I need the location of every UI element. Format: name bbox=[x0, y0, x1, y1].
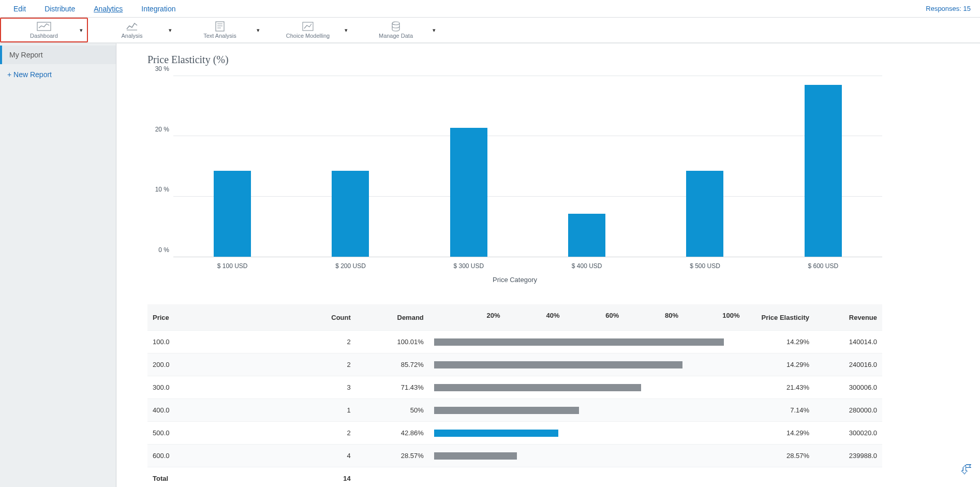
document-list-icon bbox=[215, 21, 225, 32]
chart-bar[interactable] bbox=[214, 171, 251, 257]
cell-elasticity: 7.14% bbox=[736, 399, 814, 422]
toolbar-label: Text Analysis bbox=[203, 33, 236, 39]
cell-count: 2 bbox=[273, 422, 356, 445]
chart-bar[interactable] bbox=[450, 128, 487, 257]
caret-down-icon[interactable]: ▾ bbox=[169, 27, 172, 34]
responses-count: Responses: 15 bbox=[926, 5, 976, 12]
chart-bar[interactable] bbox=[332, 171, 369, 257]
table-row[interactable]: 300.0371.43%21.43%300006.0 bbox=[147, 376, 882, 399]
toolbar-text-analysis[interactable]: Text Analysis ▾ bbox=[176, 18, 264, 42]
chart-bar[interactable] bbox=[568, 214, 605, 257]
analytics-toolbar: Dashboard ▾ Analysis ▾ Text Analysis ▾ C… bbox=[0, 18, 980, 43]
cell-elasticity: 14.29% bbox=[736, 353, 814, 376]
x-label: $ 100 USD bbox=[173, 262, 291, 270]
th-price[interactable]: Price bbox=[147, 304, 273, 331]
y-tick: 0 % bbox=[158, 246, 169, 254]
toolbar-choice-modelling[interactable]: Choice Modelling ▾ bbox=[264, 18, 352, 42]
double-chevron-up-icon: ⮶ bbox=[960, 463, 972, 476]
th-revenue[interactable]: Revenue bbox=[814, 304, 882, 331]
chart-bar[interactable] bbox=[805, 85, 842, 257]
toolbar-analysis[interactable]: Analysis ▾ bbox=[88, 18, 176, 42]
header-tick: 80% bbox=[665, 312, 678, 319]
tab-edit[interactable]: Edit bbox=[4, 0, 35, 17]
x-label: $ 200 USD bbox=[291, 262, 409, 270]
bar-slot bbox=[173, 76, 291, 257]
y-tick: 30 % bbox=[155, 65, 169, 72]
sidebar-item-my-report[interactable]: My Report bbox=[0, 46, 116, 64]
chart-title: Price Elasticity (%) bbox=[147, 54, 959, 66]
decision-chart-icon bbox=[302, 21, 314, 32]
table-row[interactable]: 100.02100.01%14.29%140014.0 bbox=[147, 331, 882, 353]
cell-demand: 28.57% bbox=[356, 445, 429, 467]
new-report-button[interactable]: + New Report bbox=[0, 64, 116, 85]
price-elasticity-chart: 0 % 10 % 20 % 30 % $ 100 USD$ 200 USD$ 3… bbox=[147, 76, 882, 284]
cell-demand-bar bbox=[429, 331, 736, 353]
th-count[interactable]: Count bbox=[273, 304, 356, 331]
cell-price: 100.0 bbox=[147, 331, 273, 353]
table-row[interactable]: 500.0242.86%14.29%300020.0 bbox=[147, 422, 882, 445]
x-axis-title: Price Category bbox=[147, 276, 882, 284]
cell-demand-bar bbox=[429, 353, 736, 376]
tab-analytics[interactable]: Analytics bbox=[84, 0, 132, 17]
th-demand[interactable]: Demand bbox=[356, 304, 429, 331]
cell-price: 500.0 bbox=[147, 422, 273, 445]
x-label: $ 300 USD bbox=[410, 262, 528, 270]
cell-revenue: 140014.0 bbox=[814, 331, 882, 353]
bar-slot bbox=[764, 76, 882, 257]
tab-distribute[interactable]: Distribute bbox=[35, 0, 84, 17]
table-row[interactable]: 400.0150%7.14%280000.0 bbox=[147, 399, 882, 422]
toolbar-label: Dashboard bbox=[30, 33, 58, 39]
cell-demand: 100.01% bbox=[356, 331, 429, 353]
toolbar-label: Choice Modelling bbox=[286, 33, 330, 39]
plot-area bbox=[173, 76, 882, 257]
cell-demand-bar bbox=[429, 399, 736, 422]
cell-demand-bar bbox=[429, 376, 736, 399]
y-tick: 20 % bbox=[155, 126, 169, 133]
caret-down-icon[interactable]: ▾ bbox=[80, 27, 83, 34]
cell-revenue: 300020.0 bbox=[814, 422, 882, 445]
caret-down-icon[interactable]: ▾ bbox=[257, 27, 260, 34]
x-label: $ 500 USD bbox=[646, 262, 764, 270]
demand-bar bbox=[434, 430, 558, 437]
cell-count: 2 bbox=[273, 353, 356, 376]
cell-price: 400.0 bbox=[147, 399, 273, 422]
caret-down-icon[interactable]: ▾ bbox=[433, 27, 436, 34]
header-tick: 100% bbox=[722, 312, 739, 319]
cell-elasticity: 21.43% bbox=[736, 376, 814, 399]
th-demand-bar: 20% 40% 60% 80% 100% bbox=[429, 304, 736, 331]
chart-bar[interactable] bbox=[686, 171, 723, 257]
toolbar-manage-data[interactable]: Manage Data ▾ bbox=[352, 18, 440, 42]
bar-slot bbox=[410, 76, 528, 257]
svg-rect-6 bbox=[303, 22, 313, 31]
report-sidebar: My Report + New Report bbox=[0, 43, 116, 487]
svg-point-7 bbox=[392, 22, 399, 25]
caret-down-icon[interactable]: ▾ bbox=[345, 27, 348, 34]
bar-slot bbox=[646, 76, 764, 257]
toolbar-dashboard[interactable]: Dashboard ▾ bbox=[0, 18, 88, 42]
cell-elasticity: 14.29% bbox=[736, 331, 814, 353]
cell-revenue: 300006.0 bbox=[814, 376, 882, 399]
line-chart-icon bbox=[126, 21, 138, 32]
th-elasticity[interactable]: Price Elasticity bbox=[736, 304, 814, 331]
table-row-total: Total14 bbox=[147, 467, 882, 488]
header-tick: 60% bbox=[605, 312, 619, 319]
tab-integration[interactable]: Integration bbox=[132, 0, 185, 17]
line-chart-box-icon bbox=[37, 21, 51, 32]
top-nav: Edit Distribute Analytics Integration Re… bbox=[0, 0, 980, 18]
cell-demand: 71.43% bbox=[356, 376, 429, 399]
cell-revenue: 240016.0 bbox=[814, 353, 882, 376]
bar-slot bbox=[528, 76, 646, 257]
cell-count: 3 bbox=[273, 376, 356, 399]
cell-demand-bar bbox=[429, 422, 736, 445]
table-row[interactable]: 200.0285.72%14.29%240016.0 bbox=[147, 353, 882, 376]
table-row[interactable]: 600.0428.57%28.57%239988.0 bbox=[147, 445, 882, 467]
scroll-to-top-button[interactable]: ⮶ bbox=[960, 463, 972, 477]
y-axis: 0 % 10 % 20 % 30 % bbox=[147, 76, 173, 257]
cell-price: 600.0 bbox=[147, 445, 273, 467]
cell-demand: 42.86% bbox=[356, 422, 429, 445]
x-label: $ 400 USD bbox=[528, 262, 646, 270]
cell-count: 1 bbox=[273, 399, 356, 422]
demand-bar bbox=[434, 407, 579, 414]
demand-bar bbox=[434, 384, 641, 391]
cell-demand: 85.72% bbox=[356, 353, 429, 376]
